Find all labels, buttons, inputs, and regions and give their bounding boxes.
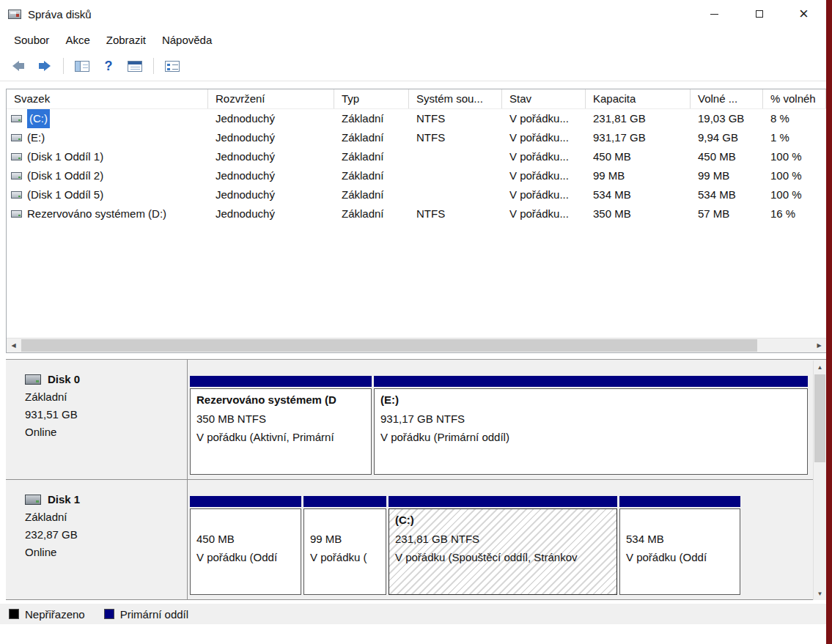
properties-button[interactable] [163,56,182,75]
partition-system-reserved[interactable]: Rezervováno systémem (D 350 MB NTFS V po… [190,376,372,479]
volume-capacity: 350 MB [586,204,691,223]
column-header-stav[interactable]: Stav [502,89,586,108]
column-header-system-souboru[interactable]: Systém sou... [409,89,502,108]
table-row[interactable]: Rezervováno systémem (D:) Jednoduchý Zák… [7,204,826,223]
volume-name: (Disk 1 Oddíl 5) [27,185,103,204]
disk-type: Základní [25,388,187,406]
table-row[interactable]: (C:) Jednoduchý Základní NTFS V pořádku.… [7,109,826,128]
help-button[interactable] [99,56,118,75]
vertical-scroll-thumb[interactable] [814,374,825,462]
column-header-volne[interactable]: Volné ... [691,89,763,108]
table-row[interactable]: (Disk 1 Oddíl 5) Jednoduchý Základní V p… [7,185,826,204]
menu-soubor[interactable]: Soubor [6,31,57,49]
properties-list-icon [165,61,180,72]
scroll-right-arrow-icon[interactable] [812,338,826,352]
partition-title [310,512,386,530]
volume-status: V pořádku... [502,109,586,128]
partition-title [196,512,301,530]
partition-size: 450 MB [196,530,301,548]
window-controls [692,0,826,28]
volume-name: (C:) [27,109,50,128]
disk-status: Online [25,423,187,441]
volume-status: V pořádku... [502,166,586,185]
disk0-info[interactable]: Disk 0 Základní 931,51 GB Online [6,360,188,479]
unallocated-swatch [9,609,19,619]
partition-534mb[interactable]: 534 MB V pořádku (Oddí [619,496,740,599]
partition-status: V pořádku (Aktivní, Primární [196,428,371,446]
console-tree-button[interactable] [73,56,92,75]
volume-free-pct: 100 % [763,185,826,204]
back-icon [12,61,24,71]
legend-item-unallocated: Nepřiřazeno [9,608,85,621]
menu-zobrazit[interactable]: Zobrazit [98,31,154,49]
scroll-down-arrow-icon[interactable] [814,587,826,600]
maximize-icon [756,10,763,18]
volume-name: (Disk 1 Oddíl 1) [27,147,103,166]
partition-size: 534 MB [626,530,740,548]
scroll-left-arrow-icon[interactable] [7,338,21,352]
volume-type: Základní [334,204,409,223]
column-header-svazek[interactable]: Svazek [7,89,208,108]
partition-c-selected[interactable]: (C:) 231,81 GB NTFS V pořádku (Spouštěcí… [389,496,617,599]
primary-partition-swatch [104,609,114,619]
column-header-pct-volneho[interactable]: % volnéh [763,89,826,108]
disk-capacity: 931,51 GB [25,406,187,423]
volume-icon [11,172,22,179]
partition-color-band [374,376,808,387]
partition-color-band [190,376,372,387]
back-button[interactable] [9,56,28,75]
horizontal-scrollbar[interactable] [7,338,826,352]
minimize-button[interactable] [692,0,737,28]
partition-99mb[interactable]: 99 MB V pořádku ( [303,496,386,599]
partition-color-band [190,496,301,507]
forward-button[interactable] [35,56,54,75]
action-pane-button[interactable] [125,56,144,75]
volume-icon [11,115,22,122]
horizontal-scroll-track[interactable] [21,338,812,352]
volume-filesystem [409,166,502,185]
volume-free-pct: 100 % [763,147,826,166]
legend-label: Primární oddíl [120,608,188,621]
disk-status: Online [25,544,187,561]
column-header-rozvrzeni[interactable]: Rozvržení [208,89,334,108]
disk1-info[interactable]: Disk 1 Základní 232,87 GB Online [6,480,188,599]
scroll-up-arrow-icon[interactable] [814,360,826,374]
volume-icon [11,134,22,141]
partition-color-band [389,496,617,507]
volume-free-pct: 8 % [763,109,826,128]
disk-name: Disk 0 [48,373,80,385]
table-row[interactable]: (Disk 1 Oddíl 1) Jednoduchý Základní V p… [7,147,826,166]
volume-type: Základní [334,128,409,147]
volume-free: 450 MB [691,147,763,166]
menu-akce[interactable]: Akce [57,31,97,49]
volume-status: V pořádku... [502,204,586,223]
vertical-scrollbar[interactable] [813,360,826,600]
table-row[interactable]: (Disk 1 Oddíl 2) Jednoduchý Základní V p… [7,166,826,185]
menubar: Soubor Akce Zobrazit Nápověda [0,28,826,51]
volume-free-pct: 16 % [763,204,826,223]
volume-capacity: 534 MB [586,185,691,204]
column-header-typ[interactable]: Typ [334,89,409,108]
titlebar[interactable]: Správa disků [0,0,826,28]
maximize-button[interactable] [737,0,781,28]
volume-name: (E:) [27,128,45,147]
partition-title: (E:) [380,392,807,410]
volume-layout: Jednoduchý [208,128,334,147]
close-button[interactable] [781,0,826,28]
disk-icon [25,374,41,385]
partition-title: (C:) [395,512,616,530]
partition-450mb[interactable]: 450 MB V pořádku (Oddí [190,496,301,599]
menu-napoveda[interactable]: Nápověda [154,31,220,49]
volume-icon [11,191,22,199]
volume-status: V pořádku... [502,147,586,166]
column-header-kapacita[interactable]: Kapacita [586,89,691,108]
table-row[interactable]: (E:) Jednoduchý Základní NTFS V pořádku.… [7,128,826,147]
partition-title [626,512,740,530]
volume-filesystem [409,185,502,204]
volume-free: 534 MB [691,185,763,204]
horizontal-scroll-thumb[interactable] [21,339,757,352]
volume-free-pct: 100 % [763,166,826,185]
volume-filesystem: NTFS [409,109,502,128]
volume-filesystem: NTFS [409,128,502,147]
partition-e[interactable]: (E:) 931,17 GB NTFS V pořádku (Primární … [374,376,808,479]
